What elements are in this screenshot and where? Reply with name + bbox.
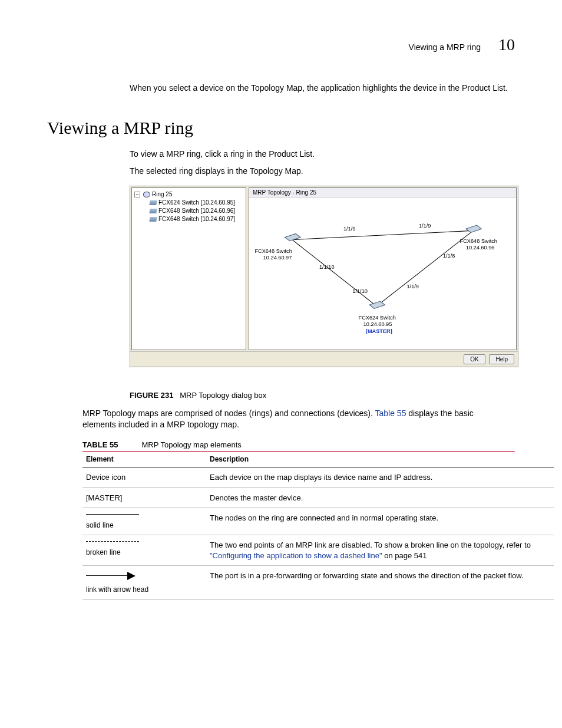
running-header: Viewing a MRP ring: [409, 42, 481, 52]
switch-icon: [149, 209, 157, 213]
svg-text:FCX648 Switch: FCX648 Switch: [460, 238, 497, 244]
svg-text:10.24.60.96: 10.24.60.96: [466, 245, 495, 251]
svg-text:1/1/10: 1/1/10: [319, 264, 335, 270]
map-title: MRP Topology - Ring 25: [249, 188, 516, 197]
svg-line-1: [292, 239, 376, 306]
table-number: TABLE 55: [82, 440, 118, 449]
figure-dialog: − Ring 25 FCX624 Switch [10.24.60.95] FC…: [130, 186, 515, 367]
table-row: Device icon Each device on the map displ…: [82, 467, 554, 487]
table-row: link with arrow head The port is in a pr…: [82, 566, 554, 599]
elements-table: Element Description Device icon Each dev…: [82, 452, 554, 600]
table-caption: TABLE 55 MRP Topology map elements: [82, 440, 515, 452]
post-figure-paragraph: MRP Topology maps are comprised of nodes…: [82, 408, 509, 431]
svg-text:FCX648 Switch: FCX648 Switch: [254, 248, 292, 254]
svg-line-2: [376, 230, 473, 306]
ok-button[interactable]: OK: [464, 354, 485, 364]
svg-text:1/1/10: 1/1/10: [352, 288, 368, 294]
product-list-tree[interactable]: − Ring 25 FCX624 Switch [10.24.60.95] FC…: [131, 187, 246, 350]
svg-text:1/1/9: 1/1/9: [419, 223, 431, 229]
svg-text:1/1/9: 1/1/9: [406, 283, 418, 289]
svg-text:1/1/9: 1/1/9: [343, 226, 355, 232]
svg-text:FCX624 Switch: FCX624 Switch: [359, 315, 396, 321]
arrow-line-icon: [86, 572, 139, 580]
chapter-number: 10: [498, 35, 515, 54]
tree-ring-node[interactable]: − Ring 25: [134, 190, 243, 199]
ring-icon: [143, 192, 150, 197]
table-row: solid line The nodes on the ring are con…: [82, 508, 554, 535]
col-element: Element: [82, 452, 206, 467]
svg-line-0: [292, 230, 473, 239]
tree-device-1[interactable]: FCX624 Switch [10.24.60.95]: [150, 199, 243, 207]
section-heading: Viewing a MRP ring: [47, 118, 515, 138]
table-title: MRP Topology map elements: [141, 440, 241, 449]
svg-text:1/1/8: 1/1/8: [443, 253, 455, 259]
broken-line-icon: [86, 541, 139, 542]
figure-title: MRP Topology dialog box: [180, 391, 266, 400]
col-description: Description: [206, 452, 554, 467]
instruction-2: The selected ring displays in the Topolo…: [130, 166, 515, 177]
instruction-1: To view a MRP ring, click a ring in the …: [130, 149, 515, 160]
tree-device-2[interactable]: FCX648 Switch [10.24.60.96]: [150, 207, 243, 215]
svg-marker-9: [285, 233, 301, 241]
tree-device-3[interactable]: FCX648 Switch [10.24.60.97]: [150, 215, 243, 223]
dashed-line-xref[interactable]: "Configuring the application to show a d…: [210, 551, 382, 560]
svg-text:[MASTER]: [MASTER]: [366, 328, 392, 334]
ring-label: Ring 25: [152, 190, 172, 199]
svg-text:10.24.60.97: 10.24.60.97: [263, 255, 292, 261]
collapse-icon[interactable]: −: [134, 192, 140, 197]
table-row: [MASTER] Denotes the master device.: [82, 487, 554, 508]
figure-number: FIGURE 231: [130, 391, 173, 400]
mrp-topology-dialog: − Ring 25 FCX624 Switch [10.24.60.95] FC…: [130, 186, 518, 367]
topology-svg: 1/1/9 1/1/9 1/1/10 1/1/10 1/1/9 1/1/8 FC…: [249, 197, 516, 348]
table-crossref-link[interactable]: Table 55: [375, 409, 406, 418]
topology-map[interactable]: MRP Topology - Ring 25 1/1/9 1/1/9 1/1/1…: [249, 187, 517, 350]
table-row: broken line The two end points of an MRP…: [82, 535, 554, 566]
svg-text:10.24.60.95: 10.24.60.95: [363, 321, 392, 327]
svg-marker-10: [466, 225, 482, 232]
dialog-footer: OK Help: [130, 351, 518, 367]
help-button[interactable]: Help: [489, 354, 514, 364]
solid-line-icon: [86, 514, 139, 515]
figure-caption: FIGURE 231 MRP Topology dialog box: [130, 391, 515, 400]
intro-paragraph: When you select a device on the Topology…: [130, 83, 515, 94]
page-header: Viewing a MRP ring 10: [47, 35, 515, 54]
switch-icon: [149, 200, 157, 205]
switch-icon: [149, 217, 157, 222]
